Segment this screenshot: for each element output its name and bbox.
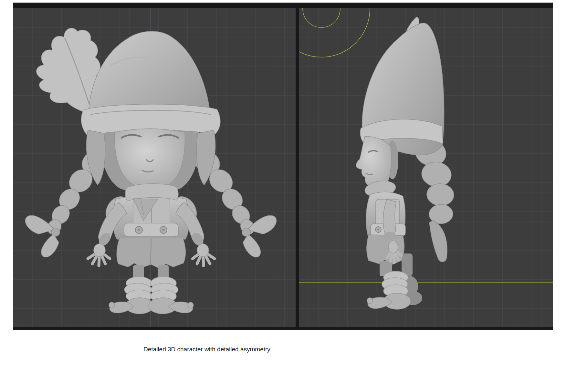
hat[interactable] (360, 23, 444, 155)
boot[interactable] (367, 271, 411, 309)
character-front-sculpt[interactable] (13, 8, 296, 327)
character-side-sculpt[interactable] (299, 8, 553, 327)
figure-page: Detailed 3D character with detailed asym… (0, 0, 566, 392)
viewport-front-view[interactable] (13, 8, 296, 327)
overall-waistband (124, 223, 178, 237)
shorts[interactable] (117, 238, 186, 268)
figure-caption-row: Detailed 3D character with detailed asym… (0, 346, 566, 354)
sculpt-viewport-frame (13, 3, 553, 330)
boot-left[interactable] (109, 277, 154, 314)
viewport-side-view[interactable] (299, 8, 553, 327)
boot-right[interactable] (149, 277, 194, 314)
figure-caption: Detailed 3D character with detailed asym… (0, 346, 566, 354)
viewport-panels (13, 8, 553, 327)
face[interactable] (356, 137, 391, 188)
